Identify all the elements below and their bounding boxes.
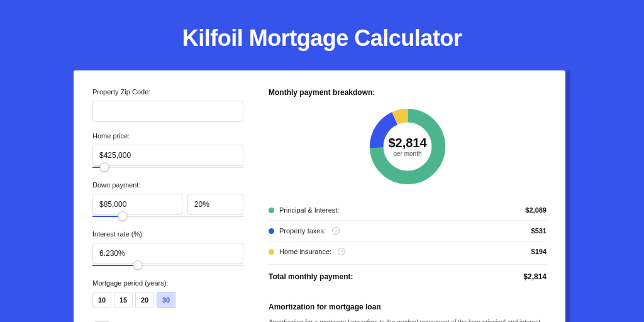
period-option-30[interactable]: 30 — [157, 292, 175, 308]
donut-center: $2,814 per month — [367, 106, 448, 187]
interest-slider[interactable] — [92, 263, 243, 269]
zip-field: Property Zip Code: — [92, 88, 243, 122]
down-payment-slider[interactable] — [92, 214, 243, 220]
total-row: Total monthly payment: $2,814 — [269, 264, 547, 286]
down-payment-input[interactable] — [92, 194, 182, 215]
amortization-title: Amortization for mortgage loan — [269, 303, 547, 311]
page-title: Kilfoil Mortgage Calculator — [0, 25, 644, 52]
info-icon[interactable]: ? — [332, 227, 340, 235]
period-option-10[interactable]: 10 — [92, 292, 111, 308]
donut-chart: $2,814 per month — [367, 106, 448, 187]
home-price-slider[interactable] — [92, 165, 243, 171]
period-options: 10152030 — [92, 292, 243, 308]
legend-dot-icon — [269, 249, 274, 255]
legend-label: Property taxes: — [279, 227, 326, 235]
legend-row: Property taxes:?$531 — [269, 221, 547, 242]
interest-field: Interest rate (%): — [92, 230, 243, 269]
home-price-label: Home price: — [92, 132, 243, 140]
down-payment-pct-input[interactable] — [187, 194, 243, 215]
info-icon[interactable]: ? — [338, 248, 345, 255]
legend-row: Home insurance:?$194 — [269, 242, 547, 262]
interest-input[interactable] — [92, 243, 243, 264]
home-price-input[interactable] — [92, 145, 243, 166]
home-price-field: Home price: — [92, 132, 243, 171]
zip-label: Property Zip Code: — [92, 88, 243, 96]
period-label: Mortgage period (years): — [92, 279, 243, 287]
legend-left: Home insurance:? — [269, 248, 345, 255]
down-payment-label: Down payment: — [92, 181, 243, 189]
period-option-20[interactable]: 20 — [135, 292, 154, 308]
interest-label: Interest rate (%): — [92, 230, 243, 238]
legend-label: Home insurance: — [279, 248, 331, 255]
period-option-15[interactable]: 15 — [114, 292, 133, 308]
legend-value: $194 — [531, 248, 547, 255]
calculator-card: Property Zip Code: Home price: Down paym… — [74, 70, 565, 322]
legend-dot-icon — [269, 228, 274, 234]
legend-label: Principal & Interest: — [279, 206, 339, 214]
breakdown-title: Monthly payment breakdown: — [269, 88, 547, 97]
zip-input[interactable] — [92, 101, 243, 122]
legend-row: Principal & Interest:$2,089 — [269, 200, 547, 221]
total-value: $2,814 — [523, 272, 547, 281]
legend-value: $531 — [531, 227, 547, 235]
legend: Principal & Interest:$2,089Property taxe… — [269, 200, 547, 262]
card-shadow: Property Zip Code: Home price: Down paym… — [74, 70, 570, 322]
legend-dot-icon — [269, 208, 274, 213]
donut-sub: per month — [393, 150, 421, 157]
legend-left: Property taxes:? — [269, 227, 340, 235]
slider-thumb[interactable] — [133, 260, 143, 270]
donut-amount: $2,814 — [388, 136, 426, 150]
period-field: Mortgage period (years): 10152030 — [92, 279, 243, 308]
slider-thumb[interactable] — [100, 162, 109, 172]
legend-left: Principal & Interest: — [269, 206, 339, 214]
slider-fill — [92, 265, 138, 266]
slider-thumb[interactable] — [118, 211, 128, 221]
amortization-body: Amortization for a mortgage loan refers … — [269, 318, 547, 322]
total-label: Total monthly payment: — [269, 272, 353, 281]
donut-chart-wrap: $2,814 per month — [269, 106, 547, 187]
inputs-column: Property Zip Code: Home price: Down paym… — [92, 88, 243, 322]
breakdown-column: Monthly payment breakdown: $2,814 per mo… — [269, 88, 547, 322]
down-payment-field: Down payment: — [92, 181, 243, 220]
legend-value: $2,089 — [525, 206, 547, 214]
